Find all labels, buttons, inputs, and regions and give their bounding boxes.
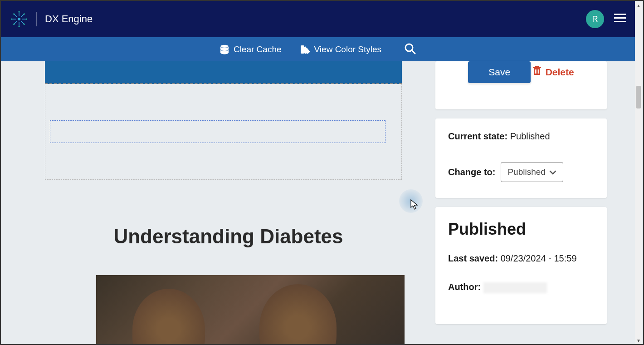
- current-state-value: Published: [510, 131, 550, 141]
- current-state-row: Current state: Published: [448, 131, 594, 142]
- current-state-label: Current state:: [448, 131, 507, 141]
- chevron-down-icon: [549, 167, 556, 177]
- search-icon: [404, 43, 416, 54]
- logo-icon[interactable]: [10, 10, 28, 28]
- svg-point-12: [24, 24, 25, 25]
- svg-line-26: [412, 50, 415, 54]
- scrollbar-vertical[interactable]: ▲ ▼: [635, 2, 642, 344]
- last-saved-value: 09/23/2024 - 15:59: [501, 253, 577, 263]
- svg-rect-17: [614, 14, 626, 15]
- svg-point-10: [24, 13, 25, 15]
- svg-line-8: [14, 14, 17, 17]
- toolbar: Clear Cache View Color Styles: [1, 37, 635, 61]
- svg-line-2: [21, 14, 24, 17]
- sidebar: Save Delete Current state:: [426, 61, 635, 344]
- svg-point-16: [13, 13, 15, 15]
- view-color-styles-label: View Color Styles: [314, 44, 382, 54]
- scrollbar-thumb[interactable]: [636, 86, 641, 108]
- scrollbar-down-arrow[interactable]: ▼: [635, 337, 642, 344]
- view-color-styles-button[interactable]: View Color Styles: [300, 44, 382, 54]
- content-hero-block[interactable]: [45, 61, 402, 84]
- delete-label: Delete: [546, 67, 574, 78]
- svg-point-13: [19, 26, 20, 27]
- trash-icon: [533, 66, 541, 78]
- state-select-value: Published: [507, 167, 545, 177]
- article-title: Understanding Diabetes: [47, 225, 410, 248]
- search-button[interactable]: [404, 43, 416, 56]
- svg-point-11: [26, 19, 27, 20]
- svg-rect-30: [535, 69, 536, 74]
- meta-title: Published: [448, 220, 594, 239]
- svg-rect-18: [614, 17, 626, 19]
- swatch-icon: [300, 44, 310, 54]
- svg-rect-32: [538, 69, 539, 74]
- app-header: DX Engine R: [1, 1, 635, 37]
- header-right: R: [586, 10, 626, 28]
- main-container: Understanding Diabetes Save: [1, 61, 635, 344]
- app-name[interactable]: DX Engine: [45, 13, 93, 25]
- dropzone-outer[interactable]: [45, 84, 402, 180]
- header-left: DX Engine: [10, 10, 93, 28]
- state-select[interactable]: Published: [501, 162, 563, 182]
- dropzone-inner[interactable]: [50, 120, 385, 143]
- svg-rect-31: [537, 69, 537, 74]
- author-row: Author:: [448, 282, 594, 293]
- actions-card: Save Delete: [435, 61, 607, 109]
- clear-cache-label: Clear Cache: [234, 44, 282, 54]
- last-saved-label: Last saved:: [448, 253, 498, 263]
- database-icon: [220, 44, 229, 54]
- author-value-redacted: [483, 282, 547, 293]
- state-card: Current state: Published Change to: Publ…: [435, 118, 607, 198]
- svg-line-6: [14, 21, 17, 24]
- save-button[interactable]: Save: [468, 61, 531, 83]
- article-hero-image[interactable]: [96, 275, 405, 344]
- meta-card: Published Last saved: 09/23/2024 - 15:59…: [435, 207, 607, 324]
- last-saved-row: Last saved: 09/23/2024 - 15:59: [448, 253, 594, 264]
- svg-line-4: [21, 21, 24, 24]
- clear-cache-button[interactable]: Clear Cache: [220, 44, 282, 54]
- author-label: Author:: [448, 282, 481, 292]
- logo-divider: [36, 12, 37, 26]
- hamburger-menu-icon[interactable]: [614, 13, 626, 25]
- delete-button[interactable]: Delete: [533, 66, 574, 78]
- svg-point-0: [18, 18, 20, 20]
- svg-rect-19: [614, 21, 626, 22]
- scrollbar-up-arrow[interactable]: ▲: [635, 2, 642, 9]
- change-to-label: Change to:: [448, 167, 495, 177]
- svg-point-14: [13, 24, 15, 25]
- avatar[interactable]: R: [586, 10, 604, 28]
- svg-rect-29: [535, 66, 539, 67]
- svg-point-15: [11, 19, 13, 20]
- change-state-row: Change to: Published: [448, 162, 594, 182]
- svg-point-9: [19, 11, 20, 13]
- content-area: Understanding Diabetes: [1, 61, 426, 344]
